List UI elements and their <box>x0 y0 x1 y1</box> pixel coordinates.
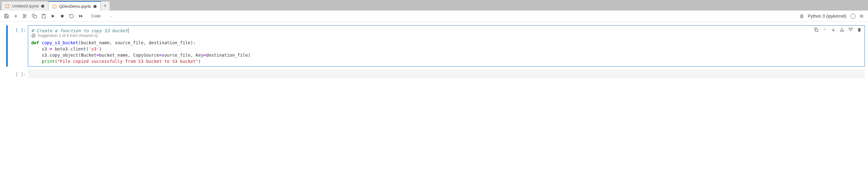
svg-rect-9 <box>34 16 36 18</box>
notebook-toolbar: Code ⌄ Python 3 (ipykernel) <box>0 10 868 22</box>
tab-bar: Untitled3.ipynb QDevDemo.ipynb + <box>0 0 868 10</box>
text-cursor <box>128 28 128 33</box>
svg-rect-22 <box>840 30 844 31</box>
cell-type-label: Code <box>91 13 101 18</box>
run-all-button[interactable] <box>78 13 84 19</box>
svg-marker-11 <box>52 14 55 18</box>
bug-icon[interactable] <box>799 13 805 19</box>
tab-label: QDevDemo.ipynb <box>59 4 91 9</box>
cell-editor[interactable] <box>28 70 865 78</box>
move-cell-up-button[interactable] <box>822 27 828 32</box>
code-content: # Create a function to copy S3 bucket <box>31 28 862 34</box>
menu-icon[interactable] <box>859 13 864 19</box>
suggestion-badge[interactable]: Suggestion 1 of 4 from Amazon Q <box>31 33 862 38</box>
move-cell-down-button[interactable] <box>831 27 836 32</box>
stop-button[interactable] <box>59 13 65 19</box>
insert-cell-above-button[interactable] <box>839 27 845 32</box>
copy-button[interactable] <box>32 13 37 19</box>
svg-point-5 <box>23 17 25 18</box>
kernel-name[interactable]: Python 3 (ipykernel) <box>808 13 846 19</box>
chevron-left-icon <box>31 33 36 38</box>
save-button[interactable] <box>4 13 9 19</box>
restart-kernel-button[interactable] <box>69 13 74 19</box>
svg-line-7 <box>26 17 27 18</box>
chevron-down-icon: ⌄ <box>110 14 112 18</box>
code-content: def copy_s3_bucket(bucket_name, source_f… <box>31 40 862 64</box>
svg-rect-25 <box>849 28 852 29</box>
tab-label: Untitled3.ipynb <box>12 4 39 8</box>
svg-rect-15 <box>801 15 803 18</box>
svg-marker-14 <box>81 14 83 17</box>
svg-line-8 <box>24 15 25 16</box>
svg-rect-12 <box>61 15 63 17</box>
cut-button[interactable] <box>22 13 28 19</box>
svg-rect-19 <box>815 29 818 32</box>
cell-type-select[interactable]: Code ⌄ <box>90 13 114 18</box>
code-cell[interactable]: [ ]: <box>6 70 865 78</box>
cell-prompt: [ ]: <box>8 70 28 78</box>
kernel-status-icon[interactable] <box>851 13 856 19</box>
add-tab-button[interactable]: + <box>101 1 110 10</box>
duplicate-cell-button[interactable] <box>813 27 819 32</box>
suggestion-text: Suggestion 1 of 4 from Amazon Q <box>37 33 98 38</box>
cell-toolbar <box>813 27 862 32</box>
tab-qdevdemo[interactable]: QDevDemo.ipynb <box>48 1 101 11</box>
cell-editor[interactable]: # Create a function to copy S3 bucket Su… <box>28 25 865 66</box>
tab-untitled3[interactable]: Untitled3.ipynb <box>1 1 48 10</box>
add-cell-button[interactable] <box>13 13 19 19</box>
plus-icon: + <box>103 3 107 9</box>
delete-cell-button[interactable] <box>857 27 862 32</box>
modified-dot-icon <box>41 5 44 8</box>
svg-rect-10 <box>43 14 44 15</box>
insert-cell-below-button[interactable] <box>848 27 854 32</box>
svg-rect-0 <box>6 4 9 8</box>
svg-marker-13 <box>79 14 81 17</box>
notebook-icon <box>5 4 9 8</box>
run-button[interactable] <box>50 13 56 19</box>
paste-button[interactable] <box>41 13 46 19</box>
cell-prompt: [ ]: <box>8 25 28 66</box>
svg-rect-1 <box>53 5 56 8</box>
modified-dot-icon <box>93 5 97 8</box>
svg-point-4 <box>23 14 25 16</box>
code-comment: # Create a function to copy S3 bucket <box>31 28 128 33</box>
code-cell[interactable]: [ ]: <box>6 25 865 66</box>
notebook-area: [ ]: <box>0 22 868 182</box>
notebook-icon <box>52 4 57 9</box>
